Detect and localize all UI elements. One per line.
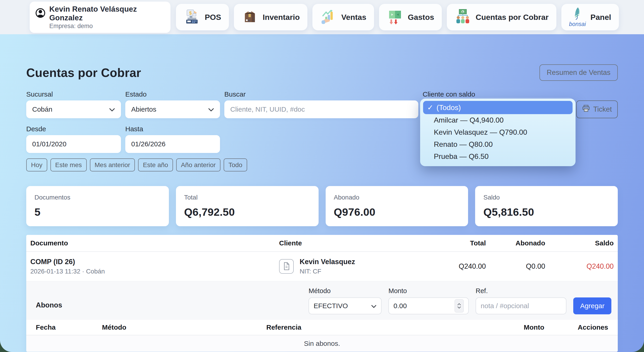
dropdown-option-todos[interactable]: ✓ (Todos) <box>423 101 572 114</box>
row-saldo: Q240.00 <box>545 262 614 270</box>
number-stepper[interactable] <box>454 299 464 312</box>
card-saldo: Saldo Q5,816.50 <box>475 186 618 226</box>
chevron-down-icon <box>208 106 214 113</box>
client-cell: Kevin Velasquez NIT: CF <box>279 258 424 275</box>
check-icon: ✓ <box>427 103 433 112</box>
cliente-con-saldo-label: Cliente con saldo <box>423 90 580 98</box>
expenses-icon <box>387 8 403 26</box>
card-saldo-label: Saldo <box>483 194 610 201</box>
cash-register-icon: $ <box>184 8 200 26</box>
col-metodo: Método <box>102 324 266 331</box>
abonos-empty-row: Sin abonos. <box>26 335 618 352</box>
dropdown-option-prueba[interactable]: Prueba — Q6.50 <box>423 150 572 162</box>
user-name: Kevin Renato Velásquez Gonzalez <box>49 5 163 22</box>
card-documentos-label: Documentos <box>34 194 161 201</box>
buscar-label: Buscar <box>224 90 418 98</box>
estado-value: Abiertos <box>131 106 156 113</box>
printer-icon <box>582 105 590 114</box>
bonsai-brand-text: bonsai <box>569 21 586 28</box>
abonos-section: Abonos Método EFECTIVO Monto <box>26 281 618 320</box>
ref-label: Ref. <box>476 287 566 295</box>
col-fecha: Fecha <box>36 324 102 331</box>
chevron-down-icon <box>371 302 376 310</box>
card-abonado-value: Q976.00 <box>334 206 460 218</box>
user-chip[interactable]: Kevin Renato Velásquez Gonzalez Empresa:… <box>30 2 170 33</box>
nav-ventas-label: Ventas <box>341 13 366 22</box>
nav-panel-button[interactable]: bonsai Panel <box>562 4 619 30</box>
document-cell: COMP (ID 26) 2026-01-13 11:32 · Cobán <box>30 258 279 275</box>
estado-select[interactable]: Abiertos <box>125 100 220 118</box>
buscar-input[interactable] <box>230 106 412 113</box>
documents-table-header: Documento Cliente Total Abonado Saldo <box>26 235 618 252</box>
agregar-button[interactable]: Agregar <box>573 298 611 314</box>
nav-pos-label: POS <box>205 13 221 22</box>
dropdown-option-amilcar[interactable]: Amilcar — Q4,940.00 <box>423 114 572 126</box>
quick-hoy-button[interactable]: Hoy <box>26 158 47 172</box>
nav-panel-label: Panel <box>590 13 611 22</box>
col-referencia: Referencia <box>266 324 487 331</box>
app-window: Kevin Renato Velásquez Gonzalez Empresa:… <box>0 0 644 352</box>
ticket-button[interactable]: Ticket <box>576 100 618 118</box>
nav-pos-button[interactable]: $ POS <box>176 4 229 30</box>
monto-field: Monto <box>388 287 469 314</box>
user-company: Empresa: demo <box>49 22 163 30</box>
metodo-label: Método <box>308 287 382 295</box>
quick-todo-button[interactable]: Todo <box>224 158 247 172</box>
card-saldo-value: Q5,816.50 <box>483 206 610 218</box>
resumen-de-ventas-button[interactable]: Resumen de Ventas <box>540 64 618 81</box>
hasta-input[interactable] <box>131 140 214 148</box>
dropdown-option-kevin[interactable]: Kevin Velasquez — Q790.00 <box>423 126 572 138</box>
nav-ventas-button[interactable]: Ventas <box>312 4 374 30</box>
card-abonado: Abonado Q976.00 <box>326 186 468 226</box>
cliente-con-saldo-column: (Todos) ✓ (Todos) Amilcar — Q4,940.00 Ke… <box>423 100 572 118</box>
desde-label: Desde <box>26 125 121 133</box>
col-acciones: Acciones <box>544 324 608 331</box>
col-abonado: Abonado <box>486 239 545 247</box>
filter-labels-row: Sucursal Estado Buscar Cliente con saldo <box>26 90 618 98</box>
metodo-field: Método EFECTIVO <box>308 287 382 314</box>
hasta-label: Hasta <box>125 125 220 133</box>
estado-label: Estado <box>125 90 220 98</box>
bonsai-logo: bonsai <box>569 7 586 28</box>
ref-input[interactable] <box>480 302 562 310</box>
monto-label: Monto <box>388 287 469 295</box>
summary-cards: Documentos 5 Total Q6,792.50 Abonado Q97… <box>26 186 618 226</box>
filter-controls-row: Cobán Abiertos (Todos) <box>26 100 618 118</box>
ticket-label: Ticket <box>593 105 612 114</box>
col-documento: Documento <box>30 239 279 247</box>
sucursal-select[interactable]: Cobán <box>26 100 121 118</box>
document-row[interactable]: COMP (ID 26) 2026-01-13 11:32 · Cobán <box>26 252 618 281</box>
col-cliente: Cliente <box>279 239 424 247</box>
desde-input[interactable] <box>32 140 115 148</box>
ref-input-wrap <box>476 298 566 314</box>
nav-inventario-button[interactable]: Inventario <box>234 4 308 30</box>
dropdown-option-renato[interactable]: Renato — Q80.00 <box>423 138 572 150</box>
chevron-down-icon <box>109 106 115 113</box>
quick-este-ano-button[interactable]: Este año <box>138 158 173 172</box>
screen: Kevin Renato Velásquez Gonzalez Empresa:… <box>0 0 644 352</box>
svg-text:$: $ <box>189 10 192 16</box>
abono-form: Método EFECTIVO Monto <box>308 287 611 314</box>
card-total-label: Total <box>184 194 310 201</box>
quick-mes-anterior-button[interactable]: Mes anterior <box>90 158 135 172</box>
abonos-title: Abonos <box>36 301 62 309</box>
svg-text:$: $ <box>462 10 464 13</box>
card-documentos: Documentos 5 <box>26 186 169 226</box>
nav-gastos-button[interactable]: Gastos <box>379 4 442 30</box>
nav-buttons: $ POS <box>176 4 619 30</box>
hasta-input-wrap <box>125 135 220 153</box>
client-nit: NIT: CF <box>300 268 355 275</box>
document-meta: 2026-01-13 11:32 · Cobán <box>30 268 279 275</box>
sales-chart-hand-icon <box>320 8 336 26</box>
buscar-input-wrap <box>224 100 418 118</box>
view-document-button[interactable] <box>279 259 294 274</box>
nav-gastos-label: Gastos <box>408 13 434 22</box>
card-total: Total Q6,792.50 <box>176 186 318 226</box>
sucursal-value: Cobán <box>32 106 52 113</box>
monto-input[interactable] <box>394 302 444 310</box>
nav-cuentas-por-cobrar-button[interactable]: $ Cuentas por Cobrar <box>447 4 556 30</box>
quick-ano-anterior-button[interactable]: Año anterior <box>176 158 221 172</box>
metodo-select[interactable]: EFECTIVO <box>308 298 382 314</box>
quick-este-mes-button[interactable]: Este mes <box>50 158 87 172</box>
desde-input-wrap <box>26 135 121 153</box>
